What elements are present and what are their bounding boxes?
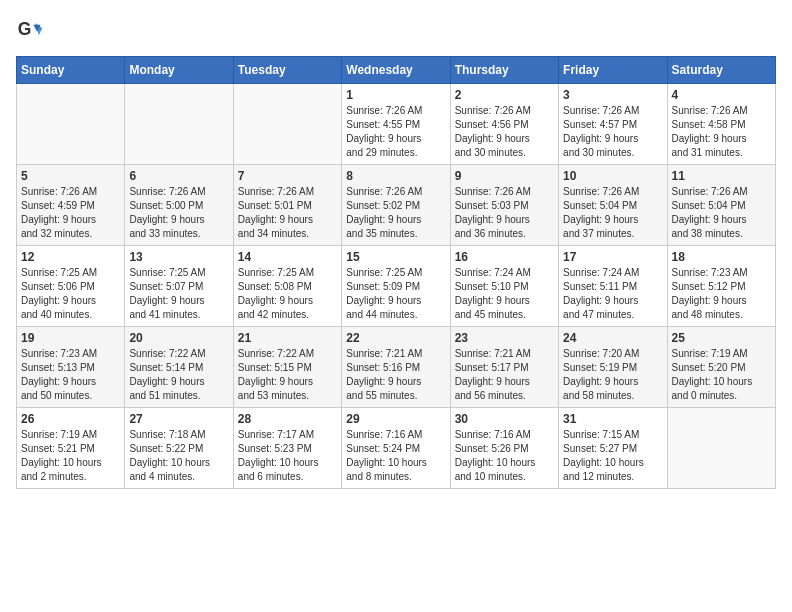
day-cell: 30Sunrise: 7:16 AM Sunset: 5:26 PM Dayli… bbox=[450, 408, 558, 489]
day-info: Sunrise: 7:20 AM Sunset: 5:19 PM Dayligh… bbox=[563, 347, 662, 403]
day-info: Sunrise: 7:16 AM Sunset: 5:24 PM Dayligh… bbox=[346, 428, 445, 484]
day-cell: 22Sunrise: 7:21 AM Sunset: 5:16 PM Dayli… bbox=[342, 327, 450, 408]
day-number: 1 bbox=[346, 88, 445, 102]
day-cell: 19Sunrise: 7:23 AM Sunset: 5:13 PM Dayli… bbox=[17, 327, 125, 408]
day-number: 13 bbox=[129, 250, 228, 264]
day-cell: 21Sunrise: 7:22 AM Sunset: 5:15 PM Dayli… bbox=[233, 327, 341, 408]
week-row-4: 19Sunrise: 7:23 AM Sunset: 5:13 PM Dayli… bbox=[17, 327, 776, 408]
col-header-friday: Friday bbox=[559, 57, 667, 84]
page-header: G bbox=[16, 16, 776, 44]
day-number: 22 bbox=[346, 331, 445, 345]
day-cell: 12Sunrise: 7:25 AM Sunset: 5:06 PM Dayli… bbox=[17, 246, 125, 327]
day-cell: 24Sunrise: 7:20 AM Sunset: 5:19 PM Dayli… bbox=[559, 327, 667, 408]
week-row-2: 5Sunrise: 7:26 AM Sunset: 4:59 PM Daylig… bbox=[17, 165, 776, 246]
day-info: Sunrise: 7:21 AM Sunset: 5:17 PM Dayligh… bbox=[455, 347, 554, 403]
day-cell: 10Sunrise: 7:26 AM Sunset: 5:04 PM Dayli… bbox=[559, 165, 667, 246]
day-info: Sunrise: 7:26 AM Sunset: 5:04 PM Dayligh… bbox=[672, 185, 771, 241]
day-cell: 18Sunrise: 7:23 AM Sunset: 5:12 PM Dayli… bbox=[667, 246, 775, 327]
day-number: 29 bbox=[346, 412, 445, 426]
day-cell: 11Sunrise: 7:26 AM Sunset: 5:04 PM Dayli… bbox=[667, 165, 775, 246]
day-info: Sunrise: 7:26 AM Sunset: 5:01 PM Dayligh… bbox=[238, 185, 337, 241]
day-cell: 26Sunrise: 7:19 AM Sunset: 5:21 PM Dayli… bbox=[17, 408, 125, 489]
day-number: 5 bbox=[21, 169, 120, 183]
day-info: Sunrise: 7:23 AM Sunset: 5:13 PM Dayligh… bbox=[21, 347, 120, 403]
day-number: 12 bbox=[21, 250, 120, 264]
day-info: Sunrise: 7:26 AM Sunset: 5:03 PM Dayligh… bbox=[455, 185, 554, 241]
day-number: 3 bbox=[563, 88, 662, 102]
header-row: SundayMondayTuesdayWednesdayThursdayFrid… bbox=[17, 57, 776, 84]
day-number: 17 bbox=[563, 250, 662, 264]
day-cell: 2Sunrise: 7:26 AM Sunset: 4:56 PM Daylig… bbox=[450, 84, 558, 165]
col-header-saturday: Saturday bbox=[667, 57, 775, 84]
day-number: 30 bbox=[455, 412, 554, 426]
day-info: Sunrise: 7:24 AM Sunset: 5:10 PM Dayligh… bbox=[455, 266, 554, 322]
day-info: Sunrise: 7:19 AM Sunset: 5:20 PM Dayligh… bbox=[672, 347, 771, 403]
day-info: Sunrise: 7:25 AM Sunset: 5:07 PM Dayligh… bbox=[129, 266, 228, 322]
day-number: 28 bbox=[238, 412, 337, 426]
day-cell: 17Sunrise: 7:24 AM Sunset: 5:11 PM Dayli… bbox=[559, 246, 667, 327]
day-info: Sunrise: 7:25 AM Sunset: 5:06 PM Dayligh… bbox=[21, 266, 120, 322]
calendar-table: SundayMondayTuesdayWednesdayThursdayFrid… bbox=[16, 56, 776, 489]
day-cell: 5Sunrise: 7:26 AM Sunset: 4:59 PM Daylig… bbox=[17, 165, 125, 246]
day-cell bbox=[233, 84, 341, 165]
day-info: Sunrise: 7:26 AM Sunset: 5:00 PM Dayligh… bbox=[129, 185, 228, 241]
day-number: 20 bbox=[129, 331, 228, 345]
day-info: Sunrise: 7:26 AM Sunset: 4:55 PM Dayligh… bbox=[346, 104, 445, 160]
day-number: 27 bbox=[129, 412, 228, 426]
day-cell: 27Sunrise: 7:18 AM Sunset: 5:22 PM Dayli… bbox=[125, 408, 233, 489]
svg-text:G: G bbox=[18, 19, 32, 39]
day-info: Sunrise: 7:22 AM Sunset: 5:15 PM Dayligh… bbox=[238, 347, 337, 403]
day-cell: 16Sunrise: 7:24 AM Sunset: 5:10 PM Dayli… bbox=[450, 246, 558, 327]
day-number: 14 bbox=[238, 250, 337, 264]
day-cell: 25Sunrise: 7:19 AM Sunset: 5:20 PM Dayli… bbox=[667, 327, 775, 408]
day-cell: 7Sunrise: 7:26 AM Sunset: 5:01 PM Daylig… bbox=[233, 165, 341, 246]
day-cell bbox=[667, 408, 775, 489]
day-number: 7 bbox=[238, 169, 337, 183]
day-cell: 28Sunrise: 7:17 AM Sunset: 5:23 PM Dayli… bbox=[233, 408, 341, 489]
col-header-monday: Monday bbox=[125, 57, 233, 84]
day-cell: 23Sunrise: 7:21 AM Sunset: 5:17 PM Dayli… bbox=[450, 327, 558, 408]
day-info: Sunrise: 7:19 AM Sunset: 5:21 PM Dayligh… bbox=[21, 428, 120, 484]
day-number: 8 bbox=[346, 169, 445, 183]
day-number: 10 bbox=[563, 169, 662, 183]
day-info: Sunrise: 7:26 AM Sunset: 4:59 PM Dayligh… bbox=[21, 185, 120, 241]
day-number: 6 bbox=[129, 169, 228, 183]
day-info: Sunrise: 7:16 AM Sunset: 5:26 PM Dayligh… bbox=[455, 428, 554, 484]
day-number: 15 bbox=[346, 250, 445, 264]
day-number: 16 bbox=[455, 250, 554, 264]
day-cell: 13Sunrise: 7:25 AM Sunset: 5:07 PM Dayli… bbox=[125, 246, 233, 327]
day-number: 26 bbox=[21, 412, 120, 426]
day-number: 9 bbox=[455, 169, 554, 183]
day-info: Sunrise: 7:26 AM Sunset: 5:02 PM Dayligh… bbox=[346, 185, 445, 241]
col-header-wednesday: Wednesday bbox=[342, 57, 450, 84]
day-cell: 4Sunrise: 7:26 AM Sunset: 4:58 PM Daylig… bbox=[667, 84, 775, 165]
day-info: Sunrise: 7:26 AM Sunset: 4:58 PM Dayligh… bbox=[672, 104, 771, 160]
day-cell: 6Sunrise: 7:26 AM Sunset: 5:00 PM Daylig… bbox=[125, 165, 233, 246]
day-cell: 8Sunrise: 7:26 AM Sunset: 5:02 PM Daylig… bbox=[342, 165, 450, 246]
logo-icon: G bbox=[16, 16, 44, 44]
day-number: 19 bbox=[21, 331, 120, 345]
day-cell: 31Sunrise: 7:15 AM Sunset: 5:27 PM Dayli… bbox=[559, 408, 667, 489]
day-number: 18 bbox=[672, 250, 771, 264]
day-info: Sunrise: 7:24 AM Sunset: 5:11 PM Dayligh… bbox=[563, 266, 662, 322]
day-info: Sunrise: 7:15 AM Sunset: 5:27 PM Dayligh… bbox=[563, 428, 662, 484]
day-cell: 3Sunrise: 7:26 AM Sunset: 4:57 PM Daylig… bbox=[559, 84, 667, 165]
col-header-thursday: Thursday bbox=[450, 57, 558, 84]
day-info: Sunrise: 7:17 AM Sunset: 5:23 PM Dayligh… bbox=[238, 428, 337, 484]
day-info: Sunrise: 7:25 AM Sunset: 5:09 PM Dayligh… bbox=[346, 266, 445, 322]
day-number: 31 bbox=[563, 412, 662, 426]
day-info: Sunrise: 7:18 AM Sunset: 5:22 PM Dayligh… bbox=[129, 428, 228, 484]
day-info: Sunrise: 7:22 AM Sunset: 5:14 PM Dayligh… bbox=[129, 347, 228, 403]
day-number: 2 bbox=[455, 88, 554, 102]
week-row-3: 12Sunrise: 7:25 AM Sunset: 5:06 PM Dayli… bbox=[17, 246, 776, 327]
week-row-1: 1Sunrise: 7:26 AM Sunset: 4:55 PM Daylig… bbox=[17, 84, 776, 165]
day-info: Sunrise: 7:21 AM Sunset: 5:16 PM Dayligh… bbox=[346, 347, 445, 403]
day-info: Sunrise: 7:26 AM Sunset: 4:56 PM Dayligh… bbox=[455, 104, 554, 160]
day-number: 4 bbox=[672, 88, 771, 102]
day-number: 25 bbox=[672, 331, 771, 345]
day-cell: 20Sunrise: 7:22 AM Sunset: 5:14 PM Dayli… bbox=[125, 327, 233, 408]
day-info: Sunrise: 7:26 AM Sunset: 4:57 PM Dayligh… bbox=[563, 104, 662, 160]
day-cell: 1Sunrise: 7:26 AM Sunset: 4:55 PM Daylig… bbox=[342, 84, 450, 165]
logo: G bbox=[16, 16, 48, 44]
col-header-sunday: Sunday bbox=[17, 57, 125, 84]
